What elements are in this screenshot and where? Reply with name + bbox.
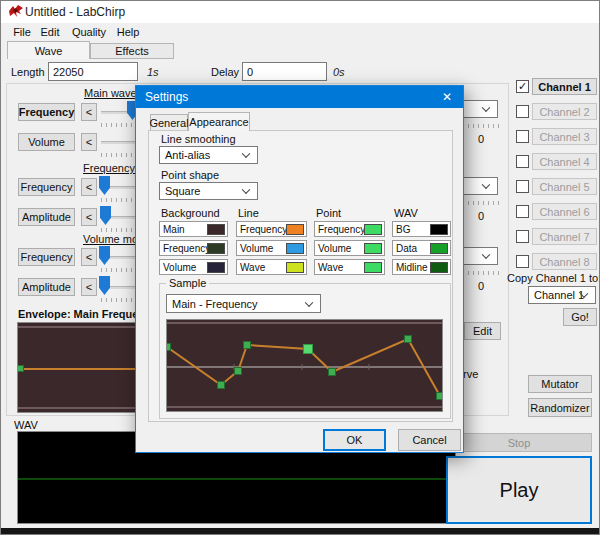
sample-preview-chart[interactable] bbox=[166, 319, 443, 412]
main-volume-button[interactable]: Volume bbox=[18, 133, 75, 151]
color-swatch-frequency[interactable] bbox=[364, 224, 382, 235]
channel-button-8[interactable]: Channel 8 bbox=[532, 253, 597, 270]
length-input[interactable] bbox=[48, 62, 138, 81]
color-swatch-main[interactable] bbox=[207, 224, 225, 235]
color-cell-wav-data[interactable]: Data bbox=[392, 240, 451, 256]
color-swatch-midline[interactable] bbox=[430, 262, 448, 273]
stop-button[interactable]: Stop bbox=[446, 433, 592, 452]
tab-wave[interactable]: Wave bbox=[7, 41, 90, 59]
sample-chart-point[interactable] bbox=[329, 369, 336, 376]
color-cell-background-main[interactable]: Main bbox=[159, 221, 228, 237]
channel-checkbox-2[interactable] bbox=[516, 105, 529, 118]
color-swatch-wave[interactable] bbox=[286, 262, 304, 273]
color-swatch-frequency[interactable] bbox=[286, 224, 304, 235]
title-bar[interactable]: Untitled - LabChirp bbox=[1, 1, 599, 23]
color-swatch-volume[interactable] bbox=[207, 262, 225, 273]
color-cell-background-volume[interactable]: Volume bbox=[159, 259, 228, 275]
slider-value-0: 0 bbox=[478, 133, 484, 145]
sample-chart-point[interactable] bbox=[235, 368, 242, 375]
color-cell-background-frequency[interactable]: Frequency bbox=[159, 240, 228, 256]
slider-value-2: 0 bbox=[478, 280, 484, 292]
randomizer-button[interactable]: Randomizer bbox=[528, 398, 592, 417]
go-button[interactable]: Go! bbox=[563, 308, 597, 326]
menu-item-edit[interactable]: Edit bbox=[37, 23, 63, 41]
delay-input[interactable] bbox=[242, 62, 327, 81]
copy-channel-select[interactable]: Channel 1 bbox=[528, 286, 596, 304]
color-swatch-bg[interactable] bbox=[430, 224, 448, 235]
sample-chart-point[interactable] bbox=[437, 393, 443, 400]
envelope-edit-button[interactable]: Edit bbox=[464, 322, 501, 340]
window-bottom-edge bbox=[1, 528, 599, 534]
play-button[interactable]: Play bbox=[446, 456, 592, 524]
slider-left-arrow-button[interactable]: < bbox=[81, 248, 97, 266]
sample-select-value: Main - Frequency bbox=[172, 298, 258, 310]
channel-button-3[interactable]: Channel 3 bbox=[532, 128, 597, 145]
slider-left-arrow-button[interactable]: < bbox=[81, 133, 97, 151]
color-cell-wav-midline[interactable]: Midline bbox=[392, 259, 451, 275]
window-title: Untitled - LabChirp bbox=[25, 5, 125, 19]
slider-value-1: 0 bbox=[478, 210, 484, 222]
color-cell-line-frequency[interactable]: Frequency bbox=[236, 221, 307, 237]
channel-button-7[interactable]: Channel 7 bbox=[532, 228, 597, 245]
slider-left-arrow-button[interactable]: < bbox=[81, 278, 97, 296]
slider-left-arrow-button[interactable]: < bbox=[81, 208, 97, 226]
sample-chart-point[interactable] bbox=[244, 342, 251, 349]
color-cell-point-frequency[interactable]: Frequency bbox=[314, 221, 385, 237]
line-smoothing-value: Anti-alias bbox=[165, 149, 210, 161]
chevron-down-icon bbox=[482, 104, 490, 112]
sample-chart-point-selected[interactable] bbox=[304, 345, 313, 354]
envelope-point[interactable] bbox=[17, 365, 24, 372]
frequency-amplitude-button[interactable]: Amplitude bbox=[18, 208, 75, 226]
channel-checkbox-1[interactable]: ✓ bbox=[516, 80, 529, 93]
color-cell-line-volume[interactable]: Volume bbox=[236, 240, 307, 256]
slider-left-arrow-button[interactable]: < bbox=[81, 103, 97, 121]
settings-tab-general[interactable]: General bbox=[150, 114, 188, 131]
channel-checkbox-6[interactable] bbox=[516, 205, 529, 218]
channel-button-4[interactable]: Channel 4 bbox=[532, 153, 597, 170]
volume-amplitude-button[interactable]: Amplitude bbox=[18, 278, 75, 296]
color-swatch-data[interactable] bbox=[430, 243, 448, 254]
length-seconds: 1s bbox=[147, 66, 159, 78]
channel-checkbox-5[interactable] bbox=[516, 180, 529, 193]
channel-checkbox-7[interactable] bbox=[516, 230, 529, 243]
ok-button[interactable]: OK bbox=[323, 429, 386, 451]
color-swatch-wave[interactable] bbox=[364, 262, 382, 273]
tab-effects[interactable]: Effects bbox=[90, 43, 174, 59]
sample-chart-point[interactable] bbox=[218, 382, 225, 389]
menu-item-file[interactable]: File bbox=[9, 23, 35, 41]
settings-dialog-titlebar[interactable]: Settings bbox=[136, 86, 463, 108]
sample-chart-point[interactable] bbox=[167, 344, 171, 351]
color-swatch-frequency[interactable] bbox=[207, 243, 225, 254]
mutator-button[interactable]: Mutator bbox=[528, 375, 592, 393]
menu-item-quality[interactable]: Quality bbox=[67, 23, 111, 41]
channel-button-1[interactable]: Channel 1 bbox=[532, 78, 597, 95]
volume-frequency-button[interactable]: Frequency bbox=[18, 248, 75, 266]
point-shape-select[interactable]: Square bbox=[159, 182, 258, 200]
channel-checkbox-3[interactable] bbox=[516, 130, 529, 143]
color-cell-line-wave[interactable]: Wave bbox=[236, 259, 307, 275]
channel-checkbox-4[interactable] bbox=[516, 155, 529, 168]
cancel-button[interactable]: Cancel bbox=[398, 429, 461, 451]
color-cell-wav-bg[interactable]: BG bbox=[392, 221, 451, 237]
settings-dialog: Settings ✕ General Appearance Line smoot… bbox=[135, 85, 464, 453]
close-icon[interactable]: ✕ bbox=[431, 86, 463, 108]
channel-button-6[interactable]: Channel 6 bbox=[532, 203, 597, 220]
color-swatch-volume[interactable] bbox=[286, 243, 304, 254]
color-cell-point-wave[interactable]: Wave bbox=[314, 259, 385, 275]
slider-left-arrow-button[interactable]: < bbox=[81, 178, 97, 196]
chevron-down-icon bbox=[482, 181, 490, 189]
color-col-header-wav: WAV bbox=[394, 207, 418, 219]
main-frequency-button[interactable]: Frequency bbox=[18, 103, 75, 121]
line-smoothing-select[interactable]: Anti-alias bbox=[159, 146, 258, 164]
color-swatch-volume[interactable] bbox=[364, 243, 382, 254]
sample-chart-point[interactable] bbox=[405, 336, 412, 343]
frequency-frequency-button[interactable]: Frequency bbox=[18, 178, 75, 196]
channel-button-2[interactable]: Channel 2 bbox=[532, 103, 597, 120]
color-cell-point-volume[interactable]: Volume bbox=[314, 240, 385, 256]
menu-item-help[interactable]: Help bbox=[113, 23, 143, 41]
sample-select[interactable]: Main - Frequency bbox=[166, 294, 321, 313]
settings-tab-appearance[interactable]: Appearance bbox=[188, 112, 250, 131]
channel-button-5[interactable]: Channel 5 bbox=[532, 178, 597, 195]
labchirp-window: Untitled - LabChirp FileEditQualityHelp … bbox=[0, 0, 600, 535]
channel-checkbox-8[interactable] bbox=[516, 255, 529, 268]
